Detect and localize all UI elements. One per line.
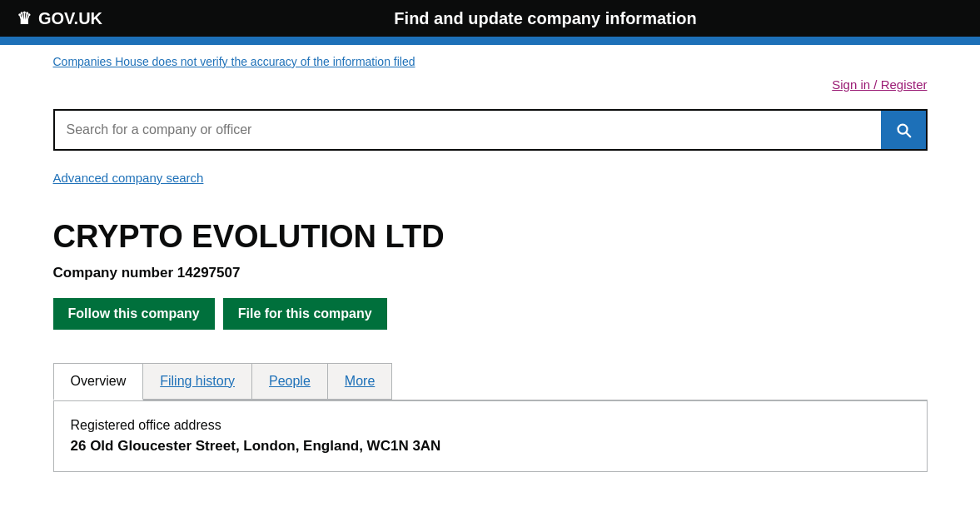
search-form [53, 109, 928, 151]
company-number-label: Company number [53, 265, 174, 281]
tabs-bar: Overview Filing history People More Regi… [53, 363, 928, 472]
logo-text: GOV.UK [38, 9, 102, 28]
tab-overview-label: Overview [71, 374, 127, 388]
gov-uk-logo[interactable]: ♛ GOV.UK [17, 8, 102, 28]
company-number-value: 14297507 [177, 265, 241, 281]
search-icon [894, 121, 913, 139]
blue-bar [0, 37, 980, 45]
crown-icon: ♛ [17, 8, 32, 28]
file-button[interactable]: File for this company [223, 298, 387, 330]
tab-people[interactable]: People [252, 363, 328, 400]
tab-more-label: More [345, 374, 375, 388]
registered-address: 26 Old Gloucester Street, London, Englan… [71, 438, 910, 455]
search-input[interactable] [55, 111, 881, 149]
advanced-search-link[interactable]: Advanced company search [53, 171, 204, 185]
tab-filing-history[interactable]: Filing history [143, 363, 252, 400]
site-header: ♛ GOV.UK Find and update company informa… [0, 0, 980, 45]
company-number-row: Company number 14297507 [53, 265, 928, 281]
header-title: Find and update company information [127, 9, 963, 28]
follow-button[interactable]: Follow this company [53, 298, 215, 330]
tab-overview[interactable]: Overview [53, 363, 144, 400]
notice-link[interactable]: Companies House does not verify the accu… [53, 55, 415, 68]
company-name: CRYPTO EVOLUTION LTD [53, 218, 928, 256]
registered-office-heading: Registered office address [71, 418, 910, 433]
tab-panel-overview: Registered office address 26 Old Glouces… [53, 400, 928, 472]
tab-filing-history-label: Filing history [160, 374, 235, 388]
action-buttons: Follow this company File for this compan… [53, 298, 928, 330]
tab-more[interactable]: More [328, 363, 392, 400]
sign-in-link[interactable]: Sign in / Register [832, 77, 927, 92]
tab-people-label: People [269, 374, 311, 388]
search-button[interactable] [881, 111, 926, 149]
